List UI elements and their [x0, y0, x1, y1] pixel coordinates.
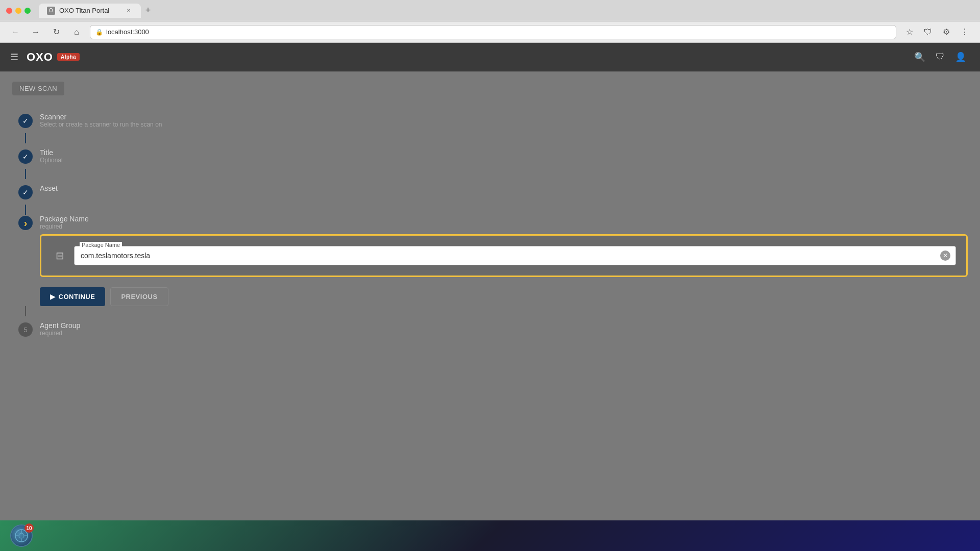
connector-1: [25, 133, 26, 143]
package-input-label: Package Name: [80, 242, 122, 248]
shield-header-icon[interactable]: 🛡: [931, 48, 949, 66]
step-agent-label: Agent Group: [40, 321, 80, 330]
app-header: ☰ OXO Alpha 🔍 🛡 👤: [0, 43, 980, 71]
hamburger-icon[interactable]: ☰: [10, 52, 18, 63]
step-scanner-sublabel: Select or create a scanner to run the sc…: [40, 121, 162, 128]
previous-button[interactable]: PREVIOUS: [110, 287, 168, 306]
clear-input-button[interactable]: ✕: [940, 251, 950, 261]
step-title: ✓ Title Optional: [18, 143, 968, 169]
step-agent-info: Agent Group required: [40, 321, 80, 337]
minimize-button[interactable]: [15, 8, 21, 14]
package-input-box: ⊟ Package Name ✕: [40, 234, 968, 277]
step-scanner: ✓ Scanner Select or create a scanner to …: [18, 108, 968, 133]
browser-window: O OXO Titan Portal ✕ + ← → ↻ ⌂ 🔒 localho…: [0, 0, 980, 551]
user-icon[interactable]: 👤: [951, 48, 970, 66]
back-button[interactable]: ←: [8, 25, 22, 39]
maximize-button[interactable]: [24, 8, 31, 14]
continue-button[interactable]: ▶ CONTINUE: [40, 287, 105, 306]
package-input-inner: ⊟ Package Name ✕: [52, 246, 956, 265]
step-title-label: Title: [40, 148, 63, 157]
user-avatar[interactable]: 10: [10, 524, 33, 547]
step-agent-icon: 5: [18, 322, 33, 337]
package-icon: ⊟: [52, 247, 68, 264]
forward-button[interactable]: →: [29, 25, 43, 39]
url-text: localhost:3000: [106, 28, 149, 36]
url-lock-icon: 🔒: [95, 29, 103, 36]
tab-favicon: O: [47, 7, 55, 15]
active-tab[interactable]: O OXO Titan Portal ✕: [39, 4, 141, 18]
app-content: ☰ OXO Alpha 🔍 🛡 👤 NEW SCAN ✓ Scanner Sel…: [0, 43, 980, 551]
package-name-input[interactable]: [75, 246, 955, 265]
svg-point-1: [19, 533, 24, 538]
step-scanner-info: Scanner Select or create a scanner to ru…: [40, 113, 162, 128]
step-package-sublabel: required: [40, 223, 89, 230]
step-agent-group: 5 Agent Group required: [18, 316, 968, 342]
traffic-lights: [6, 8, 31, 14]
step-package-icon: ›: [18, 216, 33, 230]
tab-title: OXO Titan Portal: [59, 7, 109, 14]
step-scanner-icon: ✓: [18, 114, 33, 128]
app-logo: OXO: [27, 51, 53, 64]
step-asset-label: Asset: [40, 184, 58, 192]
step-package-name: › Package Name required ⊟: [18, 215, 968, 306]
step-asset-icon: ✓: [18, 185, 33, 199]
address-bar: ← → ↻ ⌂ 🔒 localhost:3000 ☆ 🛡 ⚙ ⋮: [0, 21, 980, 43]
notification-badge: 10: [24, 523, 34, 533]
step-title-info: Title Optional: [40, 148, 63, 164]
more-icon[interactable]: ⋮: [958, 25, 972, 39]
continue-icon: ▶: [50, 293, 56, 300]
connector-3: [25, 205, 26, 215]
title-bar: O OXO Titan Portal ✕ +: [0, 0, 980, 21]
tab-bar: O OXO Titan Portal ✕ +: [39, 4, 974, 18]
step-title-icon: ✓: [18, 149, 33, 164]
step-package-info: Package Name required: [40, 215, 89, 230]
shield-icon[interactable]: 🛡: [921, 25, 935, 39]
step-asset: ✓ Asset: [18, 179, 968, 205]
page-content: NEW SCAN ✓ Scanner Select or create a sc…: [0, 71, 980, 520]
tab-close-button[interactable]: ✕: [125, 7, 133, 15]
package-input-wrapper: Package Name ✕: [74, 246, 956, 265]
step-package-header: › Package Name required: [18, 215, 968, 230]
previous-label: PREVIOUS: [121, 293, 157, 300]
continue-label: CONTINUE: [59, 293, 95, 300]
connector-4: [25, 306, 26, 316]
arrow-right-icon: ›: [24, 217, 28, 229]
home-button[interactable]: ⌂: [69, 25, 84, 39]
step-scanner-label: Scanner: [40, 113, 162, 121]
step-asset-info: Asset: [40, 184, 58, 192]
step-agent-sublabel: required: [40, 330, 80, 337]
action-buttons: ▶ CONTINUE PREVIOUS: [40, 287, 968, 306]
header-icons: 🔍 🛡 👤: [911, 48, 970, 66]
settings-icon[interactable]: ⚙: [939, 25, 953, 39]
address-bar-right: ☆ 🛡 ⚙ ⋮: [902, 25, 972, 39]
steps-container: ✓ Scanner Select or create a scanner to …: [12, 108, 968, 342]
connector-2: [25, 169, 26, 179]
step-title-sublabel: Optional: [40, 157, 63, 164]
bottom-bar: 10: [0, 520, 980, 551]
close-button[interactable]: [6, 8, 12, 14]
bookmark-icon[interactable]: ☆: [902, 25, 917, 39]
alpha-badge: Alpha: [57, 53, 80, 61]
page-title: NEW SCAN: [12, 82, 64, 95]
refresh-button[interactable]: ↻: [49, 25, 63, 39]
new-tab-button[interactable]: +: [141, 4, 155, 18]
search-icon[interactable]: 🔍: [911, 48, 929, 66]
url-bar[interactable]: 🔒 localhost:3000: [90, 25, 896, 39]
step-package-label: Package Name: [40, 215, 89, 223]
